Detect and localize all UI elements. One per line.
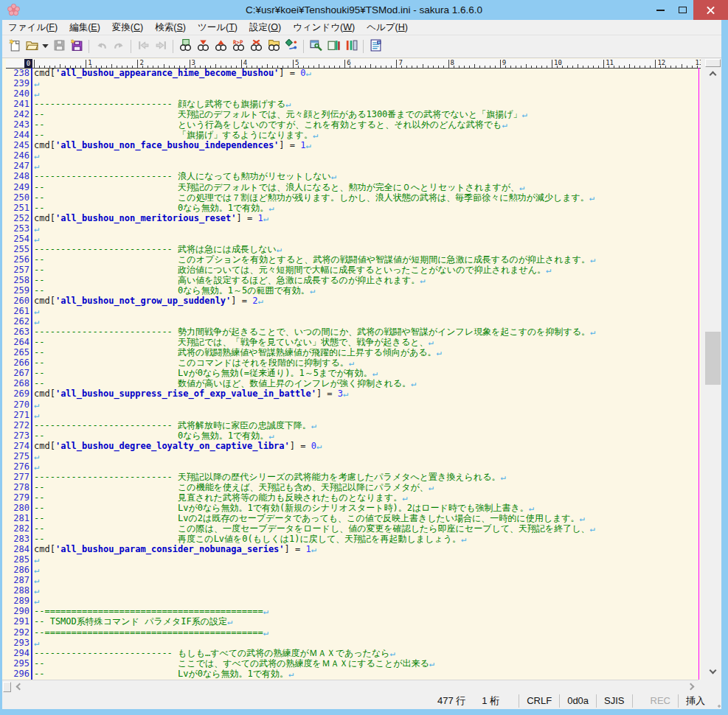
- text-line[interactable]: ↵: [34, 461, 701, 472]
- open-file-button[interactable]: [23, 38, 41, 55]
- menu-item-W[interactable]: ウィンドウ(W): [287, 20, 361, 35]
- common-settings-button[interactable]: [342, 38, 360, 55]
- save-button[interactable]: [50, 38, 68, 55]
- text-line[interactable]: -- 武将の戦闘熟練値や智謀熟練値が飛躍的に上昇する傾向がある。↵: [34, 347, 701, 358]
- type-settings-button[interactable]: [325, 38, 342, 55]
- save-as-button[interactable]: [68, 38, 86, 55]
- replace-button[interactable]: R>P: [229, 38, 247, 55]
- undo-button[interactable]: [92, 38, 110, 55]
- menu-item-E[interactable]: 編集(E): [63, 20, 106, 35]
- search-back-button[interactable]: [134, 38, 152, 55]
- find-button[interactable]: [176, 38, 194, 55]
- text-line[interactable]: ↵: [34, 565, 701, 575]
- editor-pane[interactable]: 0 12345678910111213 23823924024124224324…: [2, 58, 726, 680]
- text-line[interactable]: -- 政治値については、元々短期間で大幅に成長するといったことがないので抑止され…: [34, 265, 701, 275]
- text-line[interactable]: -- TSMOD系特殊コマンド パラメタIF系の設定↵: [34, 616, 701, 627]
- text-line[interactable]: -- ここでは、すべての武将の熟練度をＭＡＸにすることが出来る↵: [34, 658, 701, 669]
- text-line[interactable]: -------------------------- 武将は急には成長しない↵: [34, 244, 701, 254]
- menu-item-O[interactable]: 設定(O): [243, 20, 287, 35]
- text-line[interactable]: -------------------------- 顔なし武将でも旗揚げする↵: [34, 99, 701, 109]
- text-line[interactable]: -- Lvの2は既存のセーブデータであっても、この値で反映上書きしたい場合に、一…: [34, 513, 701, 523]
- find-next-button[interactable]: [194, 38, 212, 55]
- outline-analysis-button[interactable]: [307, 38, 325, 55]
- redo-button[interactable]: [110, 38, 128, 55]
- text-line[interactable]: -- この処理では７割ほど勲功が残ります。しかし、浪人状態の武将は、毎季節徐々に…: [34, 192, 701, 203]
- text-line[interactable]: cmd['all_bushou_suppress_rise_of_exp_val…: [34, 388, 701, 399]
- window-list-button[interactable]: [367, 38, 384, 55]
- new-file-button[interactable]: [5, 38, 23, 55]
- menu-item-F[interactable]: ファイル(F): [2, 20, 63, 35]
- menu-item-C[interactable]: 変換(C): [106, 20, 149, 35]
- text-line[interactable]: -- 見直された武将等の能力も反映されたものとなります。↵: [34, 492, 701, 503]
- jump-button[interactable]: [282, 38, 300, 55]
- text-line[interactable]: ↵: [34, 88, 701, 99]
- text-line[interactable]: ↵: [34, 596, 701, 606]
- text-line[interactable]: ↵: [34, 575, 701, 585]
- text-line[interactable]: ↵: [34, 78, 701, 88]
- text-line[interactable]: cmd['all_bushou_non_meritorious_reset'] …: [34, 213, 701, 223]
- scroll-up-button[interactable]: [705, 68, 721, 80]
- menu-item-S[interactable]: 検索(S): [149, 20, 192, 35]
- text-line[interactable]: -- 「旗揚げ」するようになります。↵: [34, 130, 701, 140]
- text-line[interactable]: ↵: [34, 161, 701, 171]
- scroll-right-button[interactable]: [685, 681, 698, 693]
- vertical-split-handle[interactable]: [705, 59, 721, 67]
- text-line[interactable]: --======================================…: [34, 606, 701, 616]
- text-line[interactable]: ↵: [34, 150, 701, 161]
- text-line[interactable]: -- 天翔記では、「戦争を見ていない」状態で、戦争が起きると、↵: [34, 337, 701, 347]
- horizontal-scrollbar[interactable]: [2, 680, 698, 693]
- text-line[interactable]: ↵: [34, 554, 701, 565]
- text-line[interactable]: ↵: [34, 410, 701, 420]
- text-line[interactable]: -- 0なら無効。1～5の範囲で有効。↵: [34, 285, 701, 296]
- text-line[interactable]: ↵: [34, 234, 701, 244]
- maximize-button[interactable]: [671, 0, 693, 20]
- text-line[interactable]: ↵: [34, 451, 701, 461]
- menu-item-T[interactable]: ツール(T): [192, 20, 243, 35]
- text-line[interactable]: ↵: [34, 585, 701, 596]
- grep-button[interactable]: [265, 38, 282, 55]
- text-line[interactable]: cmd['all_bushou_param_consider_nobunaga_…: [34, 544, 701, 554]
- text-line[interactable]: cmd['all_bushou_not_grow_up_suddenly'] =…: [34, 296, 701, 306]
- menu-item-H[interactable]: ヘルプ(H): [361, 20, 414, 35]
- text-line[interactable]: -- 高い値を設定するほど、急激に成長するのが抑止されます。↵: [34, 275, 701, 285]
- scroll-down-button[interactable]: [705, 666, 721, 679]
- text-line[interactable]: cmd['all_bushou_non_face_bushou_independ…: [34, 140, 701, 150]
- open-file-dropdown-button[interactable]: [41, 38, 50, 55]
- text-line[interactable]: ↵: [34, 306, 701, 316]
- text-line[interactable]: -- Lvが0なら無効(=従来通り)。1～5までが有効。↵: [34, 368, 701, 378]
- search-forward-button[interactable]: [152, 38, 170, 55]
- text-line[interactable]: ↵: [34, 400, 701, 410]
- text-line[interactable]: -- Lvが0なら無効。1で有効(新規のシナリオスタート時)。2はロード時でも強…: [34, 503, 701, 513]
- text-lines[interactable]: cmd['all_bushou_appearance_hime_become_b…: [34, 68, 701, 680]
- find-prev-button[interactable]: [212, 38, 229, 55]
- text-line[interactable]: ↵: [34, 638, 701, 648]
- text-line[interactable]: -- 0なら無効。1で有効。↵: [34, 203, 701, 213]
- text-line[interactable]: cmd['all_bushou_appearance_hime_become_b…: [34, 68, 701, 78]
- text-line[interactable]: -------------------------- 天翔記以降の歴代シリーズの…: [34, 472, 701, 482]
- text-line[interactable]: -- 再度このLv値を0(もしくは1)に戻して、天翔記を再起動しましょう。↵: [34, 534, 701, 544]
- text-line[interactable]: -- 天翔記のデフォルトでは、浪人になると、勲功が完全に０へとリセットされますが…: [34, 182, 701, 192]
- text-line[interactable]: -- この際は、一度セーブデータをロードし、値の変更を確認したら即座にセーブして…: [34, 523, 701, 534]
- text-line[interactable]: -------------------------- 武将解放時に家臣の忠誠度下…: [34, 420, 701, 430]
- text-line[interactable]: --======================================…: [34, 627, 701, 638]
- text-line[interactable]: -------------------------- 勢力間戦争が起きることで、…: [34, 327, 701, 337]
- text-line[interactable]: -- この機能を使えば、天翔記も含め、天翔記以降にパラメタが、↵: [34, 482, 701, 492]
- close-button[interactable]: [693, 0, 728, 20]
- text-line[interactable]: -- このオプションを有効とすると、武将の戦闘値や智謀値が短期間に急激に成長する…: [34, 254, 701, 265]
- vertical-scroll-thumb[interactable]: [705, 332, 721, 385]
- text-line[interactable]: -------------------------- もしも…すべての武将の熟練…: [34, 648, 701, 658]
- text-line[interactable]: -------------------------- 浪人になっても勲功がリセッ…: [34, 171, 701, 181]
- text-line[interactable]: cmd['all_bushou_degree_loyalty_on_captiv…: [34, 441, 701, 451]
- scroll-left-button[interactable]: [12, 681, 24, 693]
- clear-search-mark-button[interactable]: [247, 38, 265, 55]
- text-line[interactable]: -- 数値が高いほど、数値上昇のインフレが強く抑制される。↵: [34, 378, 701, 388]
- text-line[interactable]: -- このコマンドはそれを段階的に抑制する。↵: [34, 358, 701, 368]
- horizontal-split-handle[interactable]: [3, 682, 11, 692]
- text-line[interactable]: ↵: [34, 316, 701, 327]
- text-line[interactable]: -- 0なら無効。1で有効。↵: [34, 430, 701, 441]
- text-line[interactable]: -- という行為をしないのですが、これを有効とすると、それ以外のどんな武将でも↵: [34, 119, 701, 130]
- text-line[interactable]: ↵: [34, 223, 701, 234]
- text-line[interactable]: -- 天翔記のデフォルトでは、元々顔と列伝がある1300番までの武将でないと「旗…: [34, 109, 701, 119]
- text-line[interactable]: -- Lvが0なら無効。1で有効。↵: [34, 669, 701, 679]
- minimize-button[interactable]: [649, 0, 671, 20]
